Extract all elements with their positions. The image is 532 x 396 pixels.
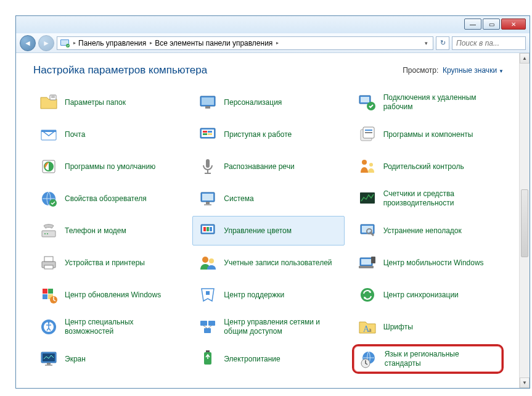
sync-center-icon: [358, 285, 377, 305]
control-panel-item[interactable]: Центр специальных возможностей: [33, 312, 185, 342]
control-panel-item[interactable]: Распознавание речи: [192, 152, 344, 181]
maximize-glyph: ▭: [489, 21, 494, 28]
color-mgmt-icon: [198, 221, 218, 241]
speech-icon: [198, 157, 218, 176]
item-label: Центр поддержки: [224, 291, 284, 300]
item-label: Распознавание речи: [224, 162, 294, 171]
control-panel-item[interactable]: Почта: [33, 120, 185, 149]
close-glyph: ✕: [511, 21, 516, 28]
svg-point-40: [47, 233, 48, 234]
control-panel-item[interactable]: Учетные записи пользователей: [192, 248, 344, 278]
control-panel-item[interactable]: Телефон и модем: [33, 216, 185, 245]
item-label: Родительский контроль: [383, 162, 464, 171]
item-label: Телефон и модем: [65, 226, 126, 236]
scrollbar: ▲ ▼: [519, 53, 530, 388]
svg-point-29: [362, 160, 367, 165]
control-panel-item[interactable]: Приступая к работе: [192, 120, 344, 149]
item-label: Устранение неполадок: [383, 226, 462, 236]
address-dropdown-icon[interactable]: ▾: [422, 40, 430, 46]
view-mode-link[interactable]: Крупные значки▼: [443, 66, 504, 75]
breadcrumb-item[interactable]: ▸Панель управления: [73, 39, 146, 47]
item-label: Центр синхронизации: [383, 291, 459, 300]
navbar: ◄ ► ▸Панель управления ▸Все элементы пан…: [16, 33, 530, 53]
item-label: Экран: [65, 355, 86, 364]
view-selector: Просмотр: Крупные значки▼: [403, 66, 504, 75]
item-label: Система: [224, 194, 253, 204]
control-panel-item[interactable]: Электропитание: [192, 344, 344, 374]
svg-rect-43: [203, 227, 206, 231]
breadcrumb-item[interactable]: ▸Все элементы панели управления: [150, 39, 272, 47]
svg-rect-13: [41, 130, 56, 132]
control-panel-item[interactable]: Устранение неполадок: [352, 216, 504, 245]
item-label: Управление цветом: [224, 226, 292, 236]
search-box[interactable]: [452, 36, 526, 50]
svg-line-71: [203, 326, 207, 328]
control-panel-item[interactable]: Программы по умолчанию: [33, 152, 185, 181]
close-button[interactable]: ✕: [501, 19, 526, 30]
item-label: Центр обновления Windows: [65, 291, 161, 300]
nav-back-button[interactable]: ◄: [20, 35, 36, 51]
control-panel-item[interactable]: Центр управления сетями и общим доступом: [192, 312, 344, 342]
svg-rect-44: [207, 227, 209, 231]
control-panel-item[interactable]: Программы и компоненты: [352, 120, 504, 149]
chevron-right-icon: ▸: [150, 40, 152, 46]
network-sharing-icon: [198, 317, 218, 337]
item-label: Приступая к работе: [224, 130, 292, 139]
svg-rect-16: [203, 131, 207, 133]
item-label: Подключения к удаленным рабочим: [383, 93, 498, 112]
item-label: Центр специальных возможностей: [65, 318, 179, 336]
nav-forward-button[interactable]: ►: [38, 35, 54, 51]
control-panel-item[interactable]: Экран: [33, 344, 185, 374]
control-panel-item[interactable]: Персонализация: [192, 88, 344, 117]
control-panel-item[interactable]: Центр поддержки: [192, 280, 344, 310]
control-panel-item[interactable]: Управление цветом: [192, 216, 344, 245]
minimize-button[interactable]: —: [464, 19, 481, 30]
internet-options-icon: [39, 189, 59, 208]
scroll-track[interactable]: [520, 64, 530, 377]
maximize-button[interactable]: ▭: [483, 19, 500, 30]
default-programs-icon: [39, 157, 59, 176]
control-panel-item[interactable]: Центр мобильности Windows: [352, 248, 504, 278]
personalization-icon: [198, 93, 218, 112]
svg-rect-18: [208, 131, 212, 133]
control-panel-item[interactable]: Центр синхронизации: [352, 280, 504, 310]
scroll-up-button[interactable]: ▲: [520, 53, 530, 64]
content-header: Настройка параметров компьютера Просмотр…: [33, 64, 512, 76]
control-panel-item[interactable]: Свойства обозревателя: [33, 184, 185, 213]
windows-update-icon: [39, 285, 59, 305]
svg-rect-34: [202, 194, 213, 200]
scroll-down-button[interactable]: ▼: [520, 377, 530, 388]
svg-rect-51: [44, 265, 53, 269]
programs-icon: [358, 125, 377, 144]
search-input[interactable]: [456, 39, 522, 47]
svg-rect-57: [371, 257, 375, 263]
control-panel-item[interactable]: Центр обновления Windows: [33, 280, 185, 310]
address-bar[interactable]: ▸Панель управления ▸Все элементы панели …: [57, 36, 433, 50]
svg-rect-63: [206, 291, 210, 295]
svg-rect-38: [42, 231, 55, 237]
region-language-icon: [359, 349, 379, 369]
action-center-icon: [198, 285, 218, 305]
item-label: Устройства и принтеры: [65, 258, 145, 268]
control-panel-item[interactable]: AaШрифты: [352, 312, 504, 342]
svg-rect-55: [361, 259, 371, 265]
item-label: Программы по умолчанию: [65, 162, 155, 171]
item-label: Свойства обозревателя: [65, 194, 147, 204]
ease-access-icon: [39, 317, 59, 337]
control-panel-item[interactable]: Устройства и принтеры: [33, 248, 185, 278]
control-panel-item[interactable]: Счетчики и средства производительности: [352, 184, 504, 213]
svg-point-67: [48, 322, 50, 324]
refresh-button[interactable]: ↻: [436, 36, 449, 50]
control-panel-item[interactable]: Язык и региональные стандарты: [352, 344, 504, 374]
control-panel-item[interactable]: Система: [192, 184, 344, 213]
item-label: Электропитание: [224, 355, 280, 364]
svg-point-52: [202, 257, 208, 263]
control-panel-item[interactable]: Параметры папок: [33, 88, 185, 117]
control-panel-item[interactable]: Родительский контроль: [352, 152, 504, 181]
item-label: Персонализация: [224, 98, 282, 107]
svg-point-30: [369, 163, 373, 167]
item-label: Язык и региональные стандарты: [385, 350, 497, 368]
svg-rect-78: [45, 365, 52, 366]
scroll-thumb[interactable]: [521, 189, 528, 257]
control-panel-item[interactable]: Подключения к удаленным рабочим: [352, 88, 504, 117]
